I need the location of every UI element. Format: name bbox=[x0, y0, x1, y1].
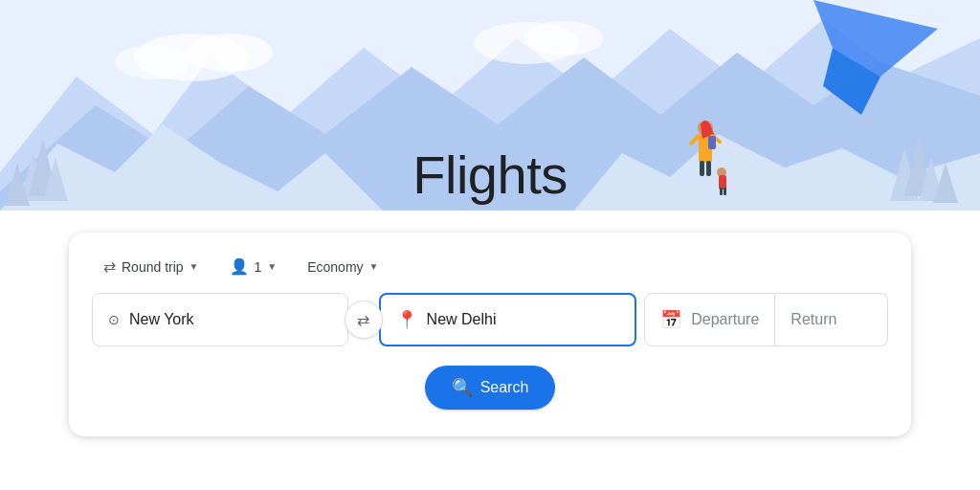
swap-icon: ⇄ bbox=[103, 257, 116, 276]
departure-placeholder: Departure bbox=[691, 311, 759, 328]
class-label: Economy bbox=[307, 259, 363, 275]
trip-type-label: Round trip bbox=[122, 259, 184, 275]
calendar-icon: 📅 bbox=[660, 309, 681, 330]
class-button[interactable]: Economy ▼ bbox=[296, 254, 390, 280]
origin-dot-icon: ⊙ bbox=[108, 312, 120, 327]
destination-pin-icon: 📍 bbox=[396, 309, 417, 330]
search-button-label: Search bbox=[480, 379, 529, 396]
search-card: ⇄ Round trip ▼ 👤 1 ▼ Economy ▼ ⊙ New Yor… bbox=[69, 233, 911, 436]
fields-row: ⊙ New York ⇄ 📍 New Delhi 📅 Departure Ret… bbox=[92, 293, 888, 346]
origin-field[interactable]: ⊙ New York bbox=[92, 293, 348, 346]
passengers-button[interactable]: 👤 1 ▼ bbox=[218, 252, 289, 281]
page-title: Flights bbox=[412, 144, 567, 206]
swap-origin-destination-button[interactable]: ⇄ bbox=[345, 301, 383, 339]
departure-date-field[interactable]: 📅 Departure bbox=[644, 293, 775, 346]
origin-value: New York bbox=[129, 311, 194, 328]
swap-arrows-icon: ⇄ bbox=[357, 311, 369, 329]
date-section: 📅 Departure Return bbox=[644, 293, 888, 346]
destination-value: New Delhi bbox=[427, 311, 497, 328]
class-chevron: ▼ bbox=[369, 261, 379, 272]
options-row: ⇄ Round trip ▼ 👤 1 ▼ Economy ▼ bbox=[92, 252, 888, 281]
return-date-field[interactable]: Return bbox=[775, 293, 888, 346]
search-icon: 🔍 bbox=[452, 377, 473, 398]
search-button-row: 🔍 Search bbox=[92, 366, 888, 410]
person-icon: 👤 bbox=[230, 257, 249, 276]
search-button[interactable]: 🔍 Search bbox=[425, 366, 556, 410]
passengers-label: 1 bbox=[255, 259, 262, 275]
passengers-chevron: ▼ bbox=[267, 261, 277, 272]
trip-type-button[interactable]: ⇄ Round trip ▼ bbox=[92, 252, 211, 281]
trip-type-chevron: ▼ bbox=[189, 261, 199, 272]
destination-field[interactable]: 📍 New Delhi bbox=[379, 293, 637, 346]
return-placeholder: Return bbox=[791, 311, 836, 328]
